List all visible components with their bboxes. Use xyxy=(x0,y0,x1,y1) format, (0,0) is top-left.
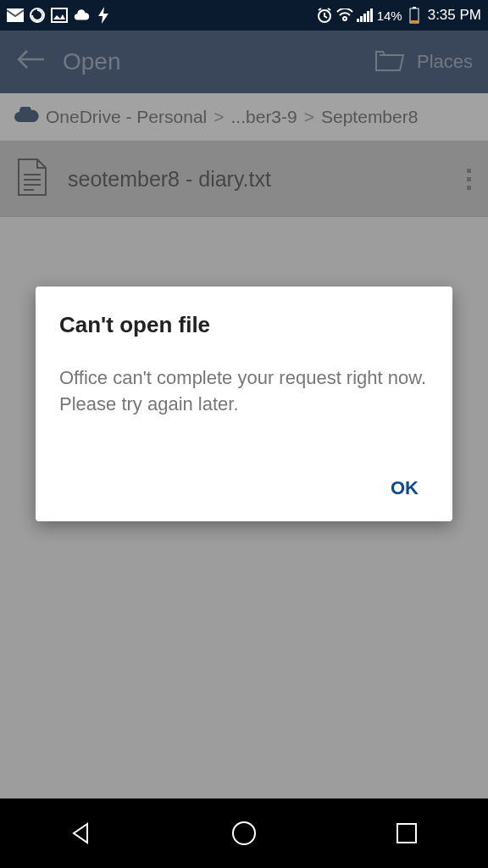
battery-percent: 14% xyxy=(377,8,402,23)
sync-icon xyxy=(29,7,46,24)
android-nav-bar xyxy=(0,798,488,868)
nav-back-button[interactable] xyxy=(64,816,98,850)
svg-rect-6 xyxy=(363,14,366,22)
nav-home-button[interactable] xyxy=(227,816,261,850)
gmail-icon xyxy=(7,7,24,24)
error-dialog: Can't open file Office can't complete yo… xyxy=(36,287,452,521)
dialog-message: Office can't complete your request right… xyxy=(59,365,429,418)
lightning-icon xyxy=(95,7,112,24)
svg-rect-8 xyxy=(370,8,373,22)
clock-time: 3:35 PM xyxy=(428,7,481,24)
ok-button[interactable]: OK xyxy=(380,470,429,506)
status-left xyxy=(7,7,112,24)
battery-icon xyxy=(406,7,423,24)
signal-icon xyxy=(357,7,374,24)
status-bar: 14% 3:35 PM xyxy=(0,0,488,31)
alarm-icon xyxy=(316,7,333,24)
svg-rect-5 xyxy=(360,16,363,22)
dialog-actions: OK xyxy=(59,470,429,506)
dialog-title: Can't open file xyxy=(59,312,429,338)
svg-rect-11 xyxy=(411,20,418,23)
image-icon xyxy=(51,7,68,24)
svg-point-16 xyxy=(233,822,255,844)
wifi-icon xyxy=(336,7,353,24)
status-right: 14% 3:35 PM xyxy=(316,7,481,24)
svg-rect-2 xyxy=(52,8,67,22)
svg-rect-10 xyxy=(413,7,416,8)
cloud-icon xyxy=(73,7,90,24)
svg-rect-17 xyxy=(397,824,416,843)
svg-rect-4 xyxy=(357,19,359,22)
nav-recent-button[interactable] xyxy=(390,816,424,850)
svg-rect-7 xyxy=(367,11,369,22)
